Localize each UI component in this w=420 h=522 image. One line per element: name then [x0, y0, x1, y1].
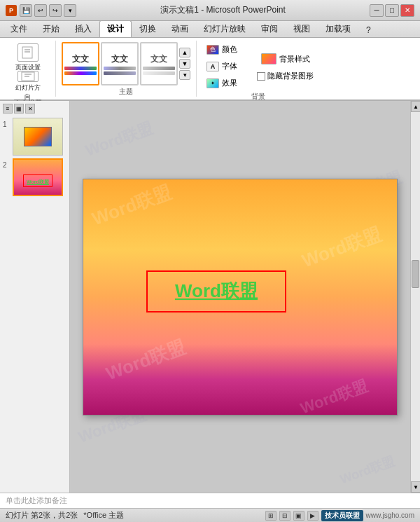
notes-placeholder: 单击此处添加备注	[6, 495, 67, 506]
theme-list: 文文 文文 文文	[62, 42, 178, 85]
font-icon: A	[206, 62, 219, 71]
tab-insert[interactable]: 插入	[67, 20, 99, 37]
theme-swatch-5	[143, 67, 175, 70]
tab-help[interactable]: ?	[358, 22, 379, 37]
color-button[interactable]: 色 颜色	[202, 42, 251, 57]
slide-preview-1[interactable]	[13, 118, 63, 156]
slide-num-2: 2	[3, 158, 10, 169]
scroll-up-btn[interactable]: ▲	[411, 101, 420, 112]
tab-transitions[interactable]: 切换	[132, 20, 164, 37]
themes-section: 文文 文文 文文 ▲	[56, 41, 197, 97]
slide-direction-icon	[18, 71, 38, 82]
bg-style-icon	[261, 53, 276, 64]
theme-btn-1[interactable]: 文文	[62, 42, 99, 85]
slide-thumbnail-1[interactable]: 1	[3, 118, 66, 156]
bg-style-button[interactable]: 背景样式	[257, 51, 314, 67]
theme-scroll-arrows: ▲ ▼ ▾	[179, 48, 190, 80]
notes-area[interactable]: 单击此处添加备注	[0, 493, 420, 508]
status-right: ⊞ ⊟ ▣ ▶ 技术员联盟 www.jsgho.com	[265, 510, 414, 521]
tab-slideshow[interactable]: 幻灯片放映	[196, 20, 253, 37]
close-btn[interactable]: ✕	[400, 4, 414, 17]
slide-canvas[interactable]: Word联盟 Word联盟 Word联盟 Word联盟 Word联盟	[83, 179, 398, 415]
tab-animations[interactable]: 动画	[164, 20, 196, 37]
slide-info: 幻灯片 第2张，共2张	[6, 510, 78, 521]
view-slideshow-btn[interactable]: ▶	[307, 511, 318, 521]
hide-bg-shapes-checkbox[interactable]	[257, 72, 265, 81]
undo-quick-btn[interactable]: ↩	[34, 4, 47, 17]
slide-num-1: 1	[3, 118, 10, 128]
save-quick-btn[interactable]: 💾	[20, 4, 32, 17]
tab-view[interactable]: 视图	[286, 20, 318, 37]
slide-2-inner: Word联盟	[14, 160, 62, 195]
scroll-track[interactable]	[411, 112, 420, 481]
panel-close-btn[interactable]: ✕	[25, 104, 35, 114]
more-quick-btn[interactable]: ▾	[64, 4, 76, 17]
status-left: 幻灯片 第2张，共2张 *Office 主题	[6, 510, 124, 521]
effect-icon: ✦	[206, 78, 219, 88]
scroll-thumb[interactable]	[412, 260, 419, 288]
ribbon-panel: 页面设置 幻灯片方向 页面设置 文文	[0, 38, 420, 101]
font-button[interactable]: A 字体	[202, 59, 251, 74]
background-section: 色 颜色 A 字体 ✦ 效果	[197, 41, 320, 97]
slide-preview-2[interactable]: Word联盟	[13, 158, 63, 196]
tab-addins[interactable]: 加载项	[318, 20, 358, 37]
bg-content: 色 颜色 A 字体 ✦ 效果	[202, 42, 314, 90]
panel-outline-btn[interactable]: ≡	[3, 104, 13, 114]
slide-panel: ≡ ▦ ✕ 1 2 Word联盟	[0, 101, 70, 493]
page-setup-button[interactable]: 页面设置	[13, 42, 43, 73]
slide-watermark-1: Word联盟	[89, 179, 175, 231]
slide-direction-button[interactable]: 幻灯片方向	[13, 76, 43, 97]
slide-text-content: Word联盟	[175, 279, 258, 303]
page-setup-section: 页面设置 幻灯片方向 页面设置	[0, 41, 56, 97]
svg-rect-0	[22, 47, 32, 58]
maximize-btn[interactable]: □	[385, 4, 399, 17]
theme-swatch-6	[143, 71, 175, 75]
slide-watermark-2: Word联盟	[299, 221, 385, 273]
main-area: ≡ ▦ ✕ 1 2 Word联盟	[0, 101, 420, 493]
slide-thumbnail-2[interactable]: 2 Word联盟	[3, 158, 66, 196]
theme-more[interactable]: ▾	[179, 70, 190, 80]
view-normal-btn[interactable]: ⊞	[265, 511, 276, 521]
tab-file[interactable]: 文件	[3, 20, 35, 37]
canvas-area: Word联盟 Word联盟 Word联盟 Word联盟 Word联盟 Word联…	[70, 101, 410, 493]
website-text: www.jsgho.com	[366, 511, 414, 519]
themes-content: 文文 文文 文文 ▲	[62, 42, 190, 85]
slide-preview-1-content	[13, 118, 62, 155]
slide-preview-2-content: Word联盟	[14, 160, 62, 195]
view-slide-sorter-btn[interactable]: ⊟	[279, 511, 290, 521]
theme-scroll-up[interactable]: ▲	[179, 48, 190, 57]
slide-1-inner	[24, 127, 52, 146]
color-icon: 色	[206, 45, 219, 55]
slide-text-box[interactable]: Word联盟	[146, 270, 286, 312]
logo-badge: 技术员联盟	[321, 510, 363, 521]
theme-scroll-down[interactable]: ▼	[179, 59, 190, 69]
window-controls: ─ □ ✕	[370, 4, 414, 17]
hide-bg-shapes-option: 隐藏背景图形	[257, 71, 314, 81]
vertical-scrollbar: ▲ ▼	[410, 101, 420, 493]
themes-label: 主题	[119, 87, 133, 97]
quick-access-toolbar: 💾 ↩ ↪ ▾	[20, 4, 76, 17]
view-reading-btn[interactable]: ▣	[293, 511, 304, 521]
theme-row: 文文 文文 文文	[62, 42, 178, 85]
minimize-btn[interactable]: ─	[370, 4, 384, 17]
bg-small-buttons: 色 颜色 A 字体 ✦ 效果	[202, 42, 251, 90]
tab-review[interactable]: 审阅	[253, 20, 286, 37]
slide-2-text-box: Word联盟	[23, 174, 52, 187]
tab-home[interactable]: 开始	[35, 20, 67, 37]
status-bar: 幻灯片 第2张，共2张 *Office 主题 ⊞ ⊟ ▣ ▶ 技术员联盟 www…	[0, 508, 420, 522]
effect-button[interactable]: ✦ 效果	[202, 76, 251, 90]
theme-btn-2[interactable]: 文文	[101, 42, 139, 85]
panel-grid-btn[interactable]: ▦	[14, 104, 24, 114]
redo-quick-btn[interactable]: ↪	[49, 4, 62, 17]
theme-swatch-2	[64, 71, 97, 75]
app-icon: P	[6, 5, 17, 16]
theme-info: *Office 主题	[83, 510, 124, 521]
watermark-1: Word联盟	[83, 118, 155, 161]
slide-1-image	[24, 127, 52, 146]
page-setup-buttons: 页面设置 幻灯片方向	[13, 42, 43, 97]
theme-btn-3[interactable]: 文文	[140, 42, 178, 85]
tab-design[interactable]: 设计	[99, 20, 132, 37]
scroll-down-btn[interactable]: ▼	[411, 481, 420, 493]
title-bar-left: P 💾 ↩ ↪ ▾	[6, 4, 76, 17]
title-bar: P 💾 ↩ ↪ ▾ 演示文稿1 - Microsoft PowerPoint ─…	[0, 0, 420, 21]
